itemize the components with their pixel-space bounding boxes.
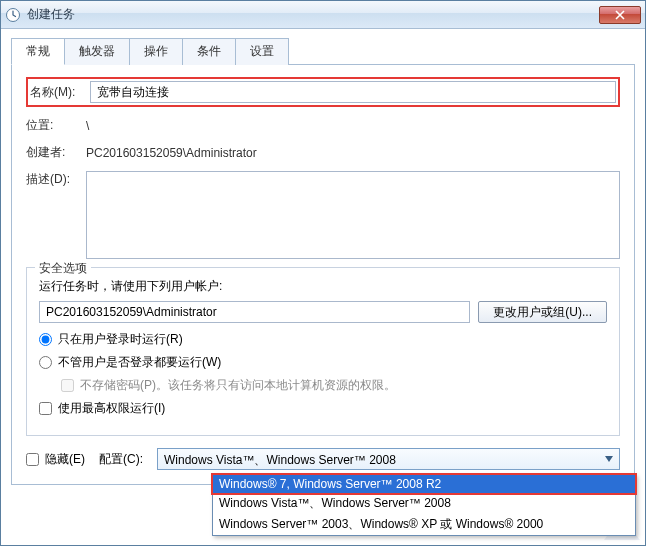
security-group: 安全选项 运行任务时，请使用下列用户帐户: PC201603152059\Adm… xyxy=(26,267,620,436)
radio-logged-on-label: 只在用户登录时运行(R) xyxy=(58,331,183,348)
chevron-down-icon xyxy=(601,451,617,467)
tab-triggers[interactable]: 触发器 xyxy=(64,38,130,65)
creator-value: PC201603152059\Administrator xyxy=(86,146,257,160)
dropdown-item-2003[interactable]: Windows Server™ 2003、Windows® XP 或 Windo… xyxy=(213,514,635,535)
config-label: 配置(C): xyxy=(99,451,143,468)
tab-strip: 常规 触发器 操作 条件 设置 xyxy=(11,37,635,65)
name-input[interactable] xyxy=(90,81,616,103)
radio-any-user-label: 不管用户是否登录都要运行(W) xyxy=(58,354,221,371)
checkbox-hidden[interactable] xyxy=(26,453,39,466)
change-user-button[interactable]: 更改用户或组(U)... xyxy=(478,301,607,323)
content-area: 常规 触发器 操作 条件 设置 名称(M): 位置: \ 创建者: PC2016… xyxy=(1,29,645,495)
close-icon xyxy=(615,10,625,20)
dropdown-item-vista[interactable]: Windows Vista™、Windows Server™ 2008 xyxy=(213,493,635,514)
location-value: \ xyxy=(86,119,89,133)
location-label: 位置: xyxy=(26,117,86,134)
name-label: 名称(M): xyxy=(30,84,90,101)
close-button[interactable] xyxy=(599,6,641,24)
tab-settings[interactable]: 设置 xyxy=(235,38,289,65)
dropdown-item-win7[interactable]: Windows® 7, Windows Server™ 2008 R2 xyxy=(213,475,635,493)
no-password-label: 不存储密码(P)。该任务将只有访问本地计算机资源的权限。 xyxy=(80,377,396,394)
create-task-window: 创建任务 常规 触发器 操作 条件 设置 名称(M): 位置: \ 创建者: P… xyxy=(0,0,646,546)
run-as-hint: 运行任务时，请使用下列用户帐户: xyxy=(39,278,222,295)
creator-label: 创建者: xyxy=(26,144,86,161)
general-panel: 名称(M): 位置: \ 创建者: PC201603152059\Adminis… xyxy=(11,65,635,485)
radio-logged-on[interactable] xyxy=(39,333,52,346)
tab-actions[interactable]: 操作 xyxy=(129,38,183,65)
tab-general[interactable]: 常规 xyxy=(11,38,65,65)
config-dropdown: Windows® 7, Windows Server™ 2008 R2 Wind… xyxy=(212,474,636,536)
hidden-label: 隐藏(E) xyxy=(45,451,85,468)
clock-icon xyxy=(5,7,21,23)
footer-row: 隐藏(E) 配置(C): Windows Vista™、Windows Serv… xyxy=(26,448,620,470)
checkbox-no-password xyxy=(61,379,74,392)
config-combobox[interactable]: Windows Vista™、Windows Server™ 2008 xyxy=(157,448,620,470)
tab-conditions[interactable]: 条件 xyxy=(182,38,236,65)
radio-any-user[interactable] xyxy=(39,356,52,369)
description-label: 描述(D): xyxy=(26,171,86,188)
titlebar: 创建任务 xyxy=(1,1,645,29)
checkbox-highest-priv[interactable] xyxy=(39,402,52,415)
name-highlight-box: 名称(M): xyxy=(26,77,620,107)
window-title: 创建任务 xyxy=(27,6,599,23)
description-input[interactable] xyxy=(86,171,620,259)
config-combobox-value: Windows Vista™、Windows Server™ 2008 xyxy=(164,453,396,467)
highest-priv-label: 使用最高权限运行(I) xyxy=(58,400,165,417)
security-group-title: 安全选项 xyxy=(35,260,91,277)
user-account-display: PC201603152059\Administrator xyxy=(39,301,470,323)
